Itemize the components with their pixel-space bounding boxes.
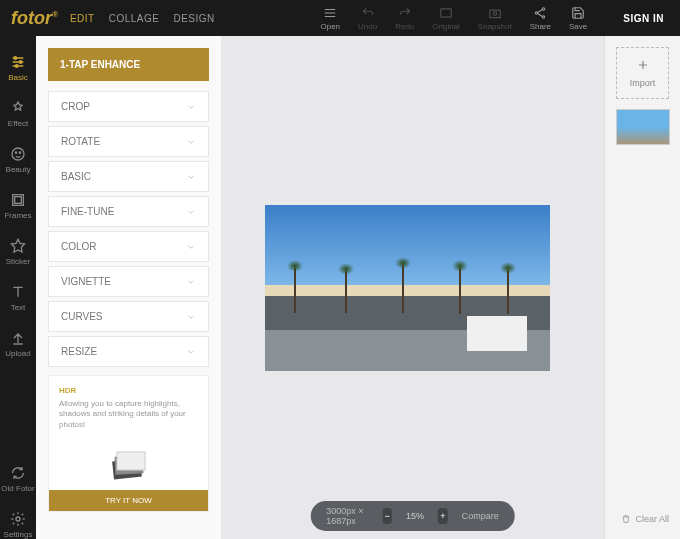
image-icon [439,6,453,20]
chevron-down-icon [186,137,196,147]
svg-point-3 [543,7,545,9]
gear-icon [10,511,26,527]
thumbnail[interactable] [616,109,670,145]
svg-rect-13 [15,197,22,204]
chevron-down-icon [186,207,196,217]
sidebar-sticker[interactable]: Sticker [6,238,30,266]
chevron-down-icon [186,102,196,112]
compare-button[interactable]: Compare [462,511,499,521]
trash-icon [621,514,631,524]
sidebar-text[interactable]: Text [10,284,26,312]
menu-icon [323,6,337,20]
chevron-down-icon [186,172,196,182]
sidebar-beauty[interactable]: Beauty [6,146,31,174]
accordion-vignette[interactable]: VIGNETTE [48,266,209,297]
sidebar-basic[interactable]: Basic [8,54,28,82]
svg-point-7 [19,61,22,64]
accordion-label: CURVES [61,311,103,322]
accordion-crop[interactable]: CROP [48,91,209,122]
sidebar-settings[interactable]: Settings [4,511,33,539]
photo-preview[interactable] [265,205,550,371]
svg-point-2 [493,11,497,14]
frame-icon [10,192,26,208]
accordion-label: ROTATE [61,136,100,147]
logo[interactable]: fotor® [0,8,70,29]
face-icon [10,146,26,162]
svg-point-5 [543,15,545,17]
accordion-rotate[interactable]: ROTATE [48,126,209,157]
open-button[interactable]: Open [320,6,340,31]
accordion-label: RESIZE [61,346,97,357]
hdr-desc: Allowing you to capture highlights, shad… [59,399,198,430]
refresh-icon [10,465,26,481]
svg-point-6 [14,57,17,60]
sliders-icon [10,54,26,70]
nav-design[interactable]: DESIGN [173,13,214,24]
svg-rect-17 [117,452,145,470]
redo-icon [398,6,412,20]
svg-point-14 [16,517,20,521]
accordion-label: COLOR [61,241,97,252]
undo-button[interactable]: Undo [358,6,377,31]
camera-icon [488,6,502,20]
nav-edit[interactable]: EDIT [70,13,95,24]
chevron-down-icon [186,277,196,287]
hdr-image [59,440,198,490]
share-button[interactable]: Share [530,6,551,31]
dimensions-label: 3000px × 1687px [326,506,368,526]
svg-point-10 [15,152,16,153]
accordion-basic[interactable]: BASIC [48,161,209,192]
text-icon [10,284,26,300]
hdr-title: HDR [59,386,198,395]
hdr-promo: HDR Allowing you to capture highlights, … [48,375,209,512]
svg-point-4 [536,11,538,13]
accordion-finetune[interactable]: FINE-TUNE [48,196,209,227]
zoom-in-button[interactable]: + [438,508,448,524]
save-button[interactable]: Save [569,6,587,31]
import-button[interactable]: Import [616,47,669,99]
canvas-area[interactable]: 3000px × 1687px − 15% + Compare [221,36,604,539]
save-icon [571,6,585,20]
bottom-bar: 3000px × 1687px − 15% + Compare [310,501,515,531]
try-hdr-button[interactable]: TRY IT NOW [49,490,208,511]
accordion-label: VIGNETTE [61,276,111,287]
svg-point-8 [15,65,18,68]
accordion-resize[interactable]: RESIZE [48,336,209,367]
redo-button[interactable]: Redo [395,6,414,31]
accordion-label: FINE-TUNE [61,206,114,217]
sidebar-oldfotor[interactable]: Old Fotor [1,465,34,493]
accordion-label: CROP [61,101,90,112]
sidebar-frames[interactable]: Frames [4,192,31,220]
original-button[interactable]: Original [432,6,460,31]
magic-icon [10,100,26,116]
upload-icon [10,330,26,346]
snapshot-button[interactable]: Snapshot [478,6,512,31]
plus-icon [636,58,650,72]
accordion-curves[interactable]: CURVES [48,301,209,332]
signin-button[interactable]: SIGN IN [623,13,664,24]
enhance-button[interactable]: 1-TAP ENHANCE [48,48,209,81]
star-icon [10,238,26,254]
chevron-down-icon [186,242,196,252]
clear-all-button[interactable]: Clear All [616,510,669,528]
chevron-down-icon [186,312,196,322]
chevron-down-icon [186,347,196,357]
zoom-out-button[interactable]: − [382,508,392,524]
undo-icon [361,6,375,20]
sidebar-effect[interactable]: Effect [8,100,28,128]
zoom-level: 15% [406,511,424,521]
share-icon [533,6,547,20]
sidebar-upload[interactable]: Upload [5,330,30,358]
nav-collage[interactable]: COLLAGE [109,13,160,24]
svg-point-11 [19,152,20,153]
accordion-label: BASIC [61,171,91,182]
svg-rect-0 [441,8,452,16]
svg-point-9 [12,148,24,160]
accordion-color[interactable]: COLOR [48,231,209,262]
svg-rect-1 [490,10,501,18]
